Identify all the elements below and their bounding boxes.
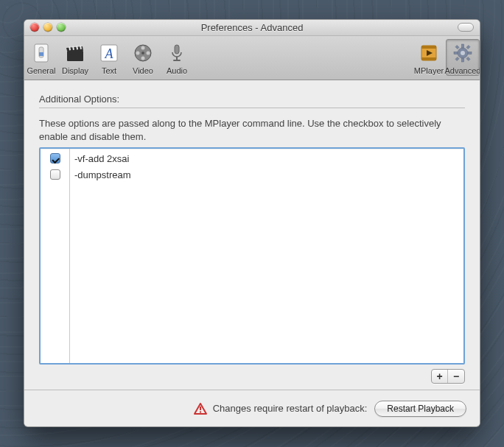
options-list[interactable]: -vf-add 2xsai -dumpstream [39,147,465,365]
traffic-lights [30,23,66,32]
toolbar-right-group: MPlayer [412,39,480,76]
add-button[interactable]: + [432,370,448,383]
svg-rect-27 [454,52,458,54]
preferences-window: Preferences - Advanced General [24,19,480,427]
toolbar-label: MPlayer [414,66,444,75]
toolbar-label: Video [133,66,153,75]
svg-rect-31 [455,57,459,61]
warning-icon [194,403,207,415]
svg-rect-18 [176,57,178,60]
toolbar-label: Audio [167,66,187,75]
footer: Changes require restart of playback: Res… [24,390,480,426]
content-area: Additional Options: These options are pa… [24,80,480,390]
toolbar-item-mplayer[interactable]: MPlayer [412,39,446,76]
toolbar-item-audio[interactable]: Audio [160,39,194,76]
svg-rect-26 [462,58,464,62]
restart-warning-text: Changes require restart of playback: [213,403,368,414]
svg-rect-28 [468,52,472,54]
svg-rect-25 [462,44,464,48]
svg-point-14 [141,57,145,60]
svg-rect-36 [200,411,201,412]
section-title: Additional Options: [39,94,465,108]
svg-rect-21 [421,46,436,49]
svg-text:A: A [105,46,114,61]
toolbar-label: General [27,66,55,75]
toolbar-toggle-pill[interactable] [458,23,474,32]
toolbar-left-group: General Display [24,39,194,76]
toolbar-item-display[interactable]: Display [58,39,92,76]
clapper-icon [63,41,87,65]
toolbar-item-general[interactable]: General [24,39,58,76]
slider-icon [29,41,53,65]
svg-rect-3 [67,51,83,61]
window-title: Preferences - Advanced [24,22,480,33]
option-text[interactable]: -vf-add 2xsai [74,152,463,165]
svg-point-12 [141,52,144,54]
toolbar-item-advanced[interactable]: Advanced [446,39,480,76]
option-text[interactable]: -dumpstream [74,168,463,181]
svg-rect-29 [455,46,459,49]
toolbar-label: Text [102,66,116,75]
zoom-button[interactable] [57,23,66,32]
toolbar-label: Advanced [445,66,480,75]
mplayer-icon [417,41,441,65]
svg-rect-19 [173,60,181,61]
checkbox-column [41,149,70,363]
close-button[interactable] [30,23,39,32]
svg-rect-30 [466,46,470,49]
toolbar-label: Display [62,66,88,75]
microphone-icon [165,41,189,65]
letter-a-icon: A [97,41,121,65]
minimize-button[interactable] [43,23,52,32]
remove-button[interactable]: − [448,370,464,383]
svg-rect-2 [39,52,43,56]
restart-playback-button[interactable]: Restart Playback [374,401,466,417]
svg-point-33 [461,51,465,55]
reel-icon [131,41,155,65]
option-checkbox[interactable] [50,153,60,163]
svg-rect-35 [200,406,201,410]
titlebar: Preferences - Advanced [24,20,480,36]
svg-point-16 [147,52,150,55]
svg-rect-32 [466,57,470,61]
option-checkbox[interactable] [50,169,60,180]
svg-rect-17 [175,45,179,54]
svg-point-13 [141,46,145,50]
svg-rect-22 [421,57,436,60]
toolbar-item-text[interactable]: A Text [92,39,126,76]
restart-warning: Changes require restart of playback: [194,403,368,415]
text-column: -vf-add 2xsai -dumpstream [70,149,463,363]
toolbar: General Display [24,36,480,80]
toolbar-item-video[interactable]: Video [126,39,160,76]
add-remove-buttons: + − [431,369,465,384]
section-help-text: These options are passed along to the MP… [39,117,465,143]
gear-icon [451,41,475,65]
svg-point-15 [136,52,140,55]
